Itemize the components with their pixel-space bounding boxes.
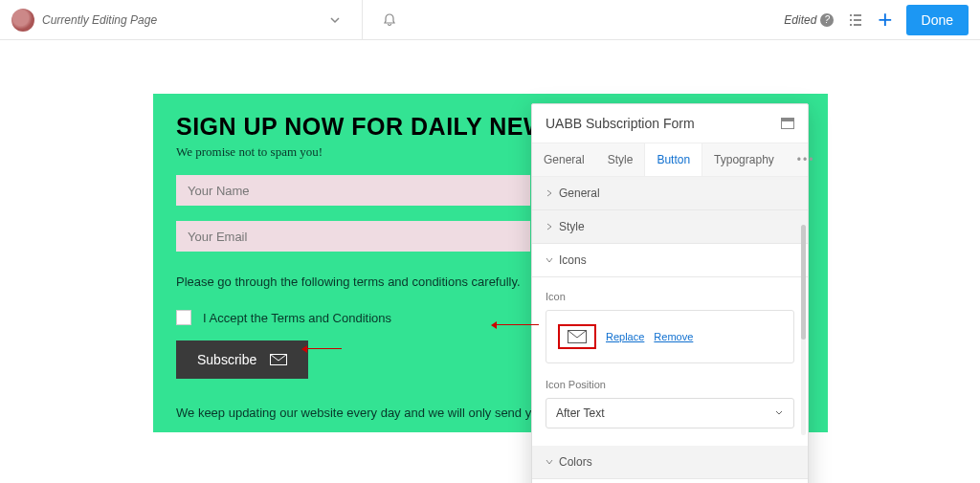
tab-more[interactable]: ••• — [786, 143, 827, 176]
scrollbar[interactable] — [801, 225, 806, 435]
topbar-right: Edited ? + Done — [784, 5, 969, 35]
annotation-arrow-2 — [493, 324, 539, 325]
icon-position-select[interactable]: After Text — [546, 398, 794, 428]
canvas: SIGN UP NOW FOR DAILY NEWS We promise no… — [0, 40, 980, 483]
section-style[interactable]: Style — [532, 210, 808, 244]
section-general[interactable]: General — [532, 177, 808, 210]
icon-position-label: Icon Position — [546, 379, 794, 390]
bell-icon[interactable] — [380, 11, 399, 30]
tab-general[interactable]: General — [532, 143, 596, 176]
page-status-label: Currently Editing Page — [42, 13, 157, 27]
panel-title: UABB Subscription Form — [546, 116, 695, 131]
section-style-label: Style — [559, 220, 585, 233]
section-colors[interactable]: Colors — [532, 446, 808, 479]
settings-panel: UABB Subscription Form General Style But… — [531, 103, 809, 483]
tab-button[interactable]: Button — [644, 143, 702, 176]
envelope-icon — [270, 354, 287, 365]
window-icon[interactable] — [781, 118, 794, 129]
accept-label: I Accept the Terms and Conditions — [203, 311, 391, 325]
replace-link[interactable]: Replace — [606, 331, 644, 342]
divider — [362, 0, 363, 40]
icon-preview[interactable] — [558, 324, 596, 349]
edited-status: Edited ? — [784, 13, 834, 27]
topbar: Currently Editing Page Edited ? + Done — [0, 0, 980, 40]
panel-tabs: General Style Button Typography ••• — [532, 143, 808, 177]
tab-typography[interactable]: Typography — [702, 143, 786, 176]
email-input[interactable] — [176, 221, 530, 252]
scrollbar-thumb[interactable] — [801, 225, 806, 340]
chevron-down-icon[interactable] — [325, 11, 345, 30]
checkbox[interactable] — [176, 310, 191, 325]
name-input[interactable] — [176, 175, 530, 206]
done-button[interactable]: Done — [906, 5, 969, 35]
topbar-left: Currently Editing Page — [11, 0, 784, 40]
remove-link[interactable]: Remove — [654, 331, 693, 342]
section-icons[interactable]: Icons — [532, 244, 808, 277]
section-icons-label: Icons — [559, 253, 587, 267]
edited-label: Edited — [784, 13, 816, 27]
icons-body: Icon Replace Remove Icon Position After … — [532, 277, 808, 438]
panel-header[interactable]: UABB Subscription Form — [532, 104, 808, 143]
subscribe-button[interactable]: Subscribe — [176, 340, 308, 379]
annotation-arrow-1 — [303, 348, 342, 349]
icon-position-value: After Text — [556, 406, 604, 420]
tab-style[interactable]: Style — [596, 143, 645, 176]
help-icon[interactable]: ? — [820, 13, 834, 27]
logo — [11, 9, 34, 32]
outline-icon[interactable] — [847, 11, 864, 29]
section-colors-label: Colors — [559, 455, 592, 469]
icon-picker: Replace Remove — [546, 310, 794, 363]
section-general-label: General — [559, 187, 600, 200]
chevron-down-icon — [774, 408, 784, 418]
icon-field-label: Icon — [546, 291, 794, 302]
add-button[interactable]: + — [878, 5, 892, 34]
subscribe-label: Subscribe — [197, 352, 256, 367]
